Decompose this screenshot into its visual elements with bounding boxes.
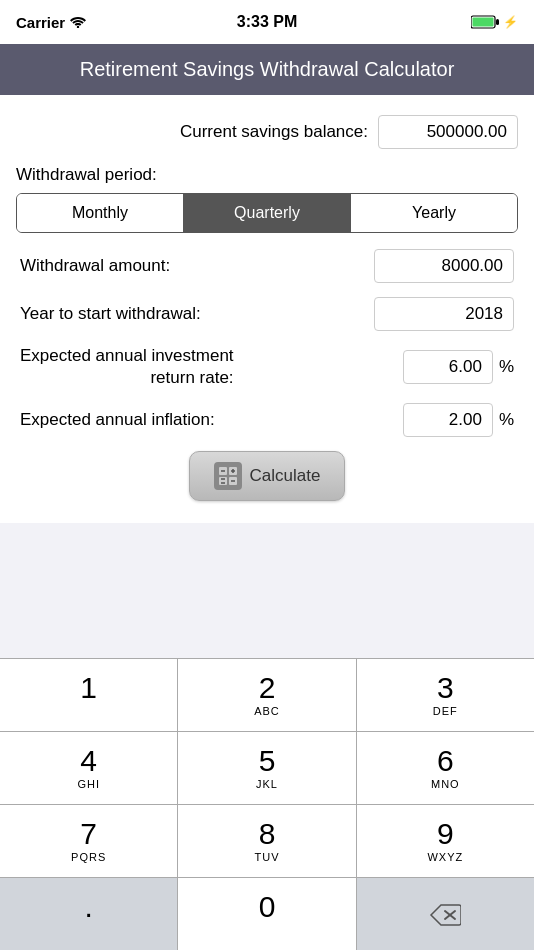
- charging-icon: ⚡: [503, 15, 518, 29]
- app-title: Retirement Savings Withdrawal Calculator: [80, 58, 455, 80]
- keyboard-row-4: . 0: [0, 878, 534, 950]
- keyboard-row-2: 4 GHI 5 JKL 6 MNO: [0, 732, 534, 805]
- period-monthly-btn[interactable]: Monthly: [17, 194, 184, 232]
- inflation-input[interactable]: [403, 403, 493, 437]
- calculate-button[interactable]: Calculate: [189, 451, 346, 501]
- key-backspace[interactable]: [357, 878, 534, 950]
- keyboard-row-3: 7 PQRS 8 TUV 9 WXYZ: [0, 805, 534, 878]
- status-left: Carrier: [16, 14, 86, 31]
- period-quarterly-btn[interactable]: Quarterly: [184, 194, 351, 232]
- key-1[interactable]: 1: [0, 659, 178, 731]
- svg-rect-2: [473, 18, 494, 27]
- status-right: ⚡: [471, 15, 518, 29]
- savings-balance-row: Current savings balance:: [16, 115, 518, 149]
- period-yearly-btn[interactable]: Yearly: [351, 194, 517, 232]
- app-header: Retirement Savings Withdrawal Calculator: [0, 44, 534, 95]
- key-decimal[interactable]: .: [0, 878, 178, 950]
- investment-return-right: %: [403, 350, 514, 384]
- svg-rect-3: [496, 19, 499, 25]
- numeric-keyboard: 1 2 ABC 3 DEF 4 GHI 5 JKL 6 MNO 7 PQRS: [0, 658, 534, 950]
- key-3[interactable]: 3 DEF: [357, 659, 534, 731]
- key-2[interactable]: 2 ABC: [178, 659, 356, 731]
- year-start-input[interactable]: [374, 297, 514, 331]
- status-bar: Carrier 3:33 PM ⚡: [0, 0, 534, 44]
- key-0[interactable]: 0: [178, 878, 356, 950]
- carrier-label: Carrier: [16, 14, 65, 31]
- key-9[interactable]: 9 WXYZ: [357, 805, 534, 877]
- calculate-label: Calculate: [250, 466, 321, 486]
- key-4[interactable]: 4 GHI: [0, 732, 178, 804]
- investment-return-input[interactable]: [403, 350, 493, 384]
- savings-balance-input[interactable]: [378, 115, 518, 149]
- withdrawal-amount-row: Withdrawal amount:: [16, 249, 518, 283]
- inflation-label: Expected annual inflation:: [20, 409, 215, 431]
- main-content: Current savings balance: Withdrawal peri…: [0, 95, 534, 523]
- key-7[interactable]: 7 PQRS: [0, 805, 178, 877]
- key-8[interactable]: 8 TUV: [178, 805, 356, 877]
- savings-balance-label: Current savings balance:: [180, 122, 368, 142]
- wifi-icon: [70, 16, 86, 28]
- investment-return-row: Expected annual investmentreturn rate: %: [16, 345, 518, 389]
- withdrawal-period-label: Withdrawal period:: [16, 165, 518, 185]
- year-start-label: Year to start withdrawal:: [20, 304, 201, 324]
- calculate-button-row: Calculate: [16, 451, 518, 501]
- svg-rect-6: [219, 477, 227, 485]
- investment-return-percent: %: [499, 357, 514, 377]
- status-time: 3:33 PM: [237, 13, 297, 31]
- withdrawal-amount-input[interactable]: [374, 249, 514, 283]
- battery-icon: [471, 15, 499, 29]
- key-6[interactable]: 6 MNO: [357, 732, 534, 804]
- investment-return-label: Expected annual investmentreturn rate:: [20, 345, 234, 389]
- inflation-row: Expected annual inflation: %: [16, 403, 518, 437]
- backspace-icon: [429, 903, 461, 927]
- inflation-right: %: [403, 403, 514, 437]
- year-start-row: Year to start withdrawal:: [16, 297, 518, 331]
- withdrawal-period-section: Withdrawal period: Monthly Quarterly Yea…: [16, 165, 518, 233]
- keyboard-row-1: 1 2 ABC 3 DEF: [0, 659, 534, 732]
- inflation-percent: %: [499, 410, 514, 430]
- period-segment-control: Monthly Quarterly Yearly: [16, 193, 518, 233]
- key-5[interactable]: 5 JKL: [178, 732, 356, 804]
- withdrawal-amount-label: Withdrawal amount:: [20, 256, 170, 276]
- svg-point-0: [77, 26, 79, 28]
- calculate-icon: [214, 462, 242, 490]
